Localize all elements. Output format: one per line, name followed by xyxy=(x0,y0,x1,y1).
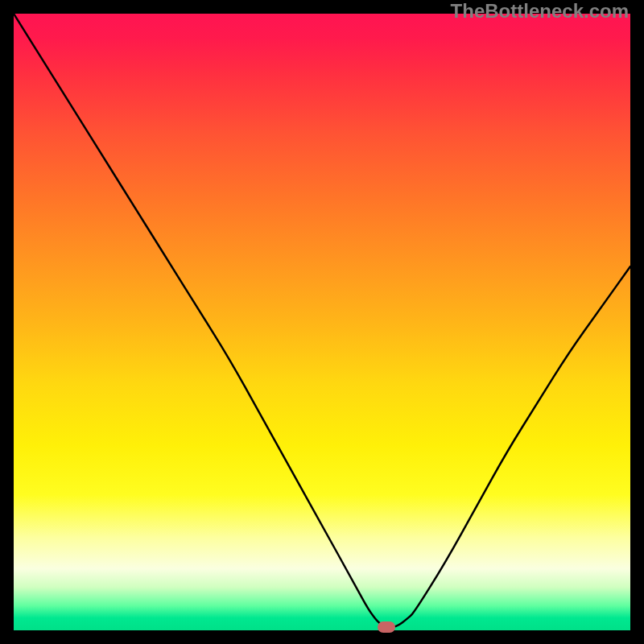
chart-container: TheBottleneck.com xyxy=(0,0,644,644)
bottleneck-curve xyxy=(14,14,630,630)
watermark-text: TheBottleneck.com xyxy=(451,0,629,23)
minimum-marker xyxy=(378,621,395,633)
